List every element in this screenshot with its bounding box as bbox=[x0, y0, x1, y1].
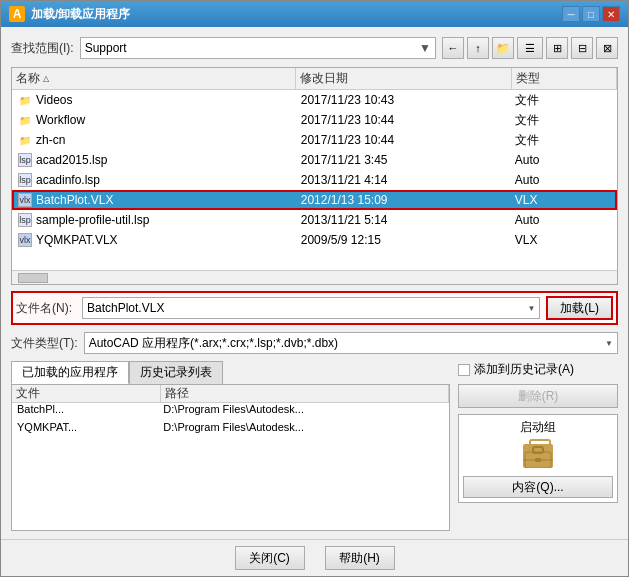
vlx-icon: vlx bbox=[18, 233, 32, 247]
path-dropdown-arrow: ▼ bbox=[419, 41, 431, 55]
lsp-icon: lsp bbox=[18, 153, 32, 167]
file-row-yqmkpat[interactable]: vlx YQMKPAT.VLX 2009/5/9 12:15 VLX bbox=[12, 230, 617, 250]
toolbar-row: 查找范围(I): Support ▼ ← ↑ 📁 ☰ ⊞ ⊟ ⊠ bbox=[11, 35, 618, 61]
extra-btn1[interactable]: ⊞ bbox=[546, 37, 568, 59]
path-dropdown[interactable]: Support ▼ bbox=[80, 37, 436, 59]
filetype-label: 文件类型(T): bbox=[11, 335, 78, 352]
help-button[interactable]: 帮助(H) bbox=[325, 546, 395, 570]
checkbox-row[interactable]: 添加到历史记录(A) bbox=[458, 361, 618, 378]
search-label: 查找范围(I): bbox=[11, 40, 74, 57]
toolbar-buttons: ← ↑ 📁 ☰ ⊞ ⊟ ⊠ bbox=[442, 37, 618, 59]
extra-btn3[interactable]: ⊠ bbox=[596, 37, 618, 59]
dialog-footer: 关闭(C) 帮助(H) bbox=[1, 539, 628, 576]
loaded-apps-body: BatchPl... D:\Program Files\Autodesk... … bbox=[12, 403, 449, 530]
startup-group: 启动组 内容(Q)... bbox=[458, 414, 618, 503]
title-controls: ─ □ ✕ bbox=[562, 6, 620, 22]
startup-label: 启动组 bbox=[520, 419, 556, 436]
filename-dropdown-arrow: ▼ bbox=[527, 304, 535, 313]
title-bar-left: A 加载/卸载应用程序 bbox=[9, 6, 130, 23]
loaded-apps-header: 文件 路径 bbox=[12, 385, 449, 403]
filetype-dropdown[interactable]: AutoCAD 应用程序(*.arx;*.crx;*.lsp;*.dvb;*.d… bbox=[84, 332, 618, 354]
maximize-button[interactable]: □ bbox=[582, 6, 600, 22]
file-row-videos[interactable]: 📁 Videos 2017/11/23 10:43 文件 bbox=[12, 90, 617, 110]
close-button[interactable]: 关闭(C) bbox=[235, 546, 305, 570]
file-row-acad2015[interactable]: lsp acad2015.lsp 2017/11/21 3:45 Auto bbox=[12, 150, 617, 170]
col-header-date[interactable]: 修改日期 bbox=[296, 68, 511, 89]
app-row-yqmkpat[interactable]: YQMKPAT... D:\Program Files\Autodesk... bbox=[12, 421, 449, 439]
dialog-content: 查找范围(I): Support ▼ ← ↑ 📁 ☰ ⊞ ⊟ ⊠ ▶ ▶ bbox=[1, 27, 628, 539]
app-col-file[interactable]: 文件 bbox=[12, 385, 161, 402]
folder-icon: 📁 bbox=[18, 113, 32, 127]
load-button[interactable]: 加载(L) bbox=[546, 296, 613, 320]
up-button[interactable]: ↑ bbox=[467, 37, 489, 59]
app-icon: A bbox=[9, 6, 25, 22]
briefcase-icon bbox=[523, 444, 553, 468]
lower-section: 已加载的应用程序 历史记录列表 文件 路径 BatchPl... bbox=[11, 361, 618, 531]
file-row-workflow[interactable]: 📁 Workflow 2017/11/23 10:44 文件 bbox=[12, 110, 617, 130]
lsp-icon: lsp bbox=[18, 213, 32, 227]
vlx-icon: vlx bbox=[18, 193, 32, 207]
lower-tabs: 已加载的应用程序 历史记录列表 bbox=[11, 361, 450, 384]
dialog-window: A 加载/卸载应用程序 ─ □ ✕ 查找范围(I): Support ▼ ← ↑… bbox=[0, 0, 629, 577]
filetype-value: AutoCAD 应用程序(*.arx;*.crx;*.lsp;*.dvb;*.d… bbox=[89, 335, 338, 352]
folder-icon: 📁 bbox=[18, 93, 32, 107]
startup-icon bbox=[520, 440, 556, 472]
tab-history[interactable]: 历史记录列表 bbox=[129, 361, 223, 384]
svg-rect-3 bbox=[535, 458, 541, 462]
horizontal-scrollbar[interactable] bbox=[12, 270, 617, 284]
col-header-type[interactable]: 类型 bbox=[512, 68, 617, 89]
title-bar: A 加载/卸载应用程序 ─ □ ✕ bbox=[1, 1, 628, 27]
filename-input[interactable]: BatchPlot.VLX ▼ bbox=[82, 297, 540, 319]
file-list-container: ▶ ▶ 名称 △ 修改日期 类型 bbox=[11, 67, 618, 285]
col-header-name[interactable]: 名称 △ bbox=[12, 68, 296, 89]
loaded-apps-table: 文件 路径 BatchPl... D:\Program Files\Autode… bbox=[11, 384, 450, 531]
file-row-batchplot[interactable]: vlx BatchPlot.VLX 2012/1/13 15:09 VLX bbox=[12, 190, 617, 210]
folder-icon: 📁 bbox=[18, 133, 32, 147]
loaded-apps-panel: 已加载的应用程序 历史记录列表 文件 路径 BatchPl... bbox=[11, 361, 450, 531]
filename-label: 文件名(N): bbox=[16, 300, 76, 317]
file-row-zh-cn[interactable]: 📁 zh-cn 2017/11/23 10:44 文件 bbox=[12, 130, 617, 150]
contents-button[interactable]: 内容(Q)... bbox=[463, 476, 613, 498]
view-button[interactable]: ☰ bbox=[517, 37, 543, 59]
add-history-label: 添加到历史记录(A) bbox=[474, 361, 574, 378]
close-window-button[interactable]: ✕ bbox=[602, 6, 620, 22]
tab-loaded-apps[interactable]: 已加载的应用程序 bbox=[11, 361, 129, 384]
extra-btn2[interactable]: ⊟ bbox=[571, 37, 593, 59]
app-col-path[interactable]: 路径 bbox=[161, 385, 449, 402]
file-row-acadinfo[interactable]: lsp acadinfo.lsp 2013/11/21 4:14 Auto bbox=[12, 170, 617, 190]
file-list-body: 📁 Videos 2017/11/23 10:43 文件 📁 Workflow … bbox=[12, 90, 617, 270]
sort-indicator: △ bbox=[43, 74, 49, 83]
right-panel: 添加到历史记录(A) 删除(R) 启动组 bbox=[458, 361, 618, 531]
dialog-title: 加载/卸载应用程序 bbox=[31, 6, 130, 23]
filename-row: 文件名(N): BatchPlot.VLX ▼ 加载(L) bbox=[11, 291, 618, 325]
filetype-dropdown-arrow: ▼ bbox=[605, 339, 613, 348]
filename-value: BatchPlot.VLX bbox=[87, 301, 164, 315]
file-row-sample-profile[interactable]: lsp sample-profile-util.lsp 2013/11/21 5… bbox=[12, 210, 617, 230]
app-row-batchplot[interactable]: BatchPl... D:\Program Files\Autodesk... bbox=[12, 403, 449, 421]
back-button[interactable]: ← bbox=[442, 37, 464, 59]
new-folder-button[interactable]: 📁 bbox=[492, 37, 514, 59]
minimize-button[interactable]: ─ bbox=[562, 6, 580, 22]
delete-button[interactable]: 删除(R) bbox=[458, 384, 618, 408]
file-list-header: 名称 △ 修改日期 类型 bbox=[12, 68, 617, 90]
filetype-row: 文件类型(T): AutoCAD 应用程序(*.arx;*.crx;*.lsp;… bbox=[11, 331, 618, 355]
lsp-icon: lsp bbox=[18, 173, 32, 187]
svg-rect-1 bbox=[533, 447, 543, 453]
add-history-checkbox[interactable] bbox=[458, 364, 470, 376]
current-path: Support bbox=[85, 41, 127, 55]
